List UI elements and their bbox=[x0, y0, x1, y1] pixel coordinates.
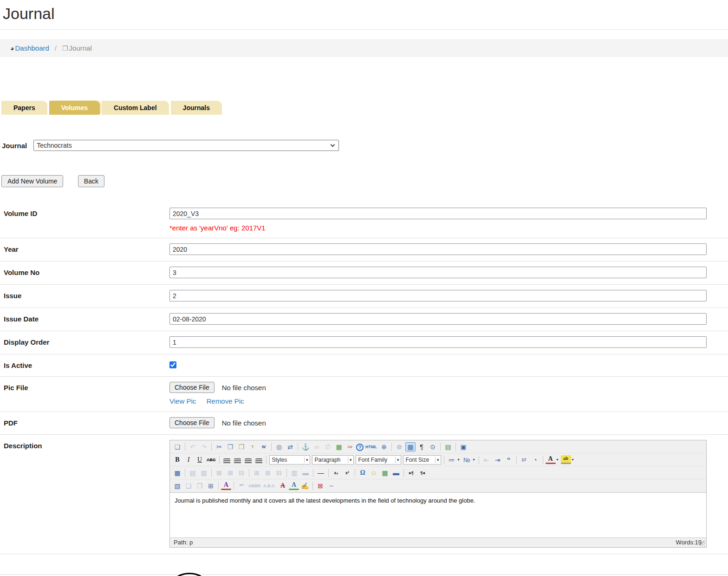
insert-time-icon[interactable]: ◔ bbox=[530, 455, 540, 465]
insert-layer-icon[interactable]: ▧ bbox=[172, 481, 182, 491]
paste-from-word-icon[interactable]: W bbox=[259, 442, 269, 452]
pic-file-choose-button[interactable]: Choose File bbox=[169, 382, 214, 393]
new-document-icon[interactable]: ❏ bbox=[172, 442, 182, 452]
redo-icon: ↷ bbox=[199, 442, 209, 452]
paragraph-format-select[interactable]: Paragraph▾ bbox=[312, 455, 354, 465]
print-icon[interactable]: ▤ bbox=[443, 442, 453, 452]
delete-row-icon: ⊟ bbox=[236, 468, 247, 478]
underline-icon[interactable]: U bbox=[195, 455, 205, 465]
toolbar-separator bbox=[185, 469, 185, 477]
editor-resize-handle[interactable] bbox=[700, 541, 705, 546]
edit-css-style-icon[interactable]: A bbox=[221, 481, 231, 490]
year-input[interactable] bbox=[169, 243, 707, 255]
issue-input[interactable] bbox=[169, 290, 707, 301]
align-center-icon[interactable] bbox=[234, 458, 241, 464]
issue-date-input[interactable] bbox=[169, 313, 707, 325]
highlight-color-icon[interactable]: ab bbox=[561, 455, 571, 464]
volume-id-input[interactable] bbox=[169, 208, 707, 219]
insert-column-after-icon: ⊞ bbox=[263, 468, 273, 478]
paste-icon[interactable]: ❒ bbox=[236, 442, 247, 452]
blockquote-icon[interactable]: ❝ bbox=[504, 455, 514, 465]
bullet-list-caret-icon[interactable]: ▾ bbox=[456, 455, 461, 465]
font-family-select-arrow-icon[interactable]: ▾ bbox=[395, 457, 401, 463]
year-label: Year bbox=[0, 243, 169, 253]
volume-no-input[interactable] bbox=[169, 267, 707, 278]
numbered-list-caret-icon[interactable]: ▾ bbox=[472, 455, 476, 465]
align-left-icon[interactable] bbox=[223, 458, 230, 464]
add-new-volume-button[interactable]: Add New Volume bbox=[1, 175, 63, 187]
page: Journal ◕Dashboard / ❒Journal PapersVolu… bbox=[0, 0, 728, 576]
journal-select[interactable]: Technocrats bbox=[33, 140, 339, 151]
pdf-choose-button[interactable]: Choose File bbox=[169, 417, 214, 428]
tab-journals[interactable]: Journals bbox=[171, 101, 222, 115]
visual-aid-icon[interactable]: ▦ bbox=[405, 442, 416, 452]
horizontal-rule-icon[interactable]: — bbox=[316, 468, 326, 478]
insert-date-icon[interactable]: 17 bbox=[519, 455, 529, 465]
absolute-position-icon[interactable]: ⊞ bbox=[206, 481, 216, 491]
link-icon: ∞ bbox=[312, 442, 322, 452]
rtl-icon[interactable]: ¶◂ bbox=[417, 468, 428, 478]
html-source-icon[interactable]: HTML bbox=[364, 442, 378, 452]
editor-content-area[interactable]: Journal is published monthly and it cove… bbox=[170, 492, 706, 537]
back-button-top[interactable]: Back bbox=[78, 175, 104, 187]
anchor-icon[interactable]: ⚓ bbox=[300, 442, 311, 452]
toolbar-separator bbox=[266, 456, 266, 464]
special-character-icon[interactable]: Ω bbox=[358, 468, 368, 478]
paragraph-format-select-arrow-icon[interactable]: ▾ bbox=[348, 457, 353, 463]
is-active-content bbox=[169, 360, 707, 370]
superscript-icon[interactable]: x² bbox=[342, 468, 352, 478]
highlight-color-caret-icon[interactable]: ▾ bbox=[571, 455, 575, 465]
page-break-icon[interactable]: ┄ bbox=[326, 481, 337, 491]
show-invisibles-icon[interactable]: ¶ bbox=[416, 442, 427, 452]
ins-icon[interactable]: A bbox=[289, 481, 299, 490]
nonbreaking-space-icon[interactable]: ⊠ bbox=[315, 481, 325, 491]
font-size-select[interactable]: Font Size▾ bbox=[403, 455, 441, 465]
insert-table-icon[interactable]: ▦ bbox=[172, 468, 182, 478]
remove-format-icon[interactable]: ⊘ bbox=[394, 442, 404, 452]
insert-image-icon[interactable]: ▦ bbox=[334, 442, 344, 452]
copy-icon[interactable]: ❐ bbox=[225, 442, 235, 452]
italic-icon[interactable]: I bbox=[183, 455, 194, 465]
indent-icon[interactable]: ⇥ bbox=[493, 455, 503, 465]
tab-custom-label[interactable]: Custom Label bbox=[102, 101, 169, 115]
insert-attributes-icon[interactable]: ✍ bbox=[300, 481, 310, 491]
preview-icon[interactable]: ⊙ bbox=[428, 442, 438, 452]
toolbar-separator bbox=[234, 482, 234, 490]
toolbar-separator bbox=[479, 456, 479, 464]
advanced-hr-icon[interactable]: ▬ bbox=[391, 468, 401, 478]
is-active-checkbox[interactable] bbox=[169, 361, 176, 368]
paste-as-text-icon[interactable]: T bbox=[247, 442, 258, 452]
pic-file-input: Choose File No file chosen bbox=[169, 382, 707, 393]
styles-select[interactable]: Styles▾ bbox=[269, 455, 310, 465]
font-family-select[interactable]: Font Family▾ bbox=[356, 455, 401, 465]
media-icon[interactable]: ▩ bbox=[380, 468, 390, 478]
ltr-icon[interactable]: ▸¶ bbox=[406, 468, 416, 478]
volume-no-content bbox=[169, 267, 707, 278]
breadcrumb-dashboard-link[interactable]: ◕Dashboard bbox=[10, 44, 49, 52]
display-order-input[interactable] bbox=[169, 336, 707, 348]
align-justify-icon[interactable] bbox=[255, 458, 262, 464]
cut-icon[interactable]: ✂ bbox=[214, 442, 224, 452]
fullscreen-icon[interactable]: ▣ bbox=[458, 442, 468, 452]
find-icon[interactable]: ◎ bbox=[274, 442, 284, 452]
zoom-icon[interactable]: ⊕ bbox=[379, 442, 389, 452]
align-right-icon[interactable] bbox=[245, 458, 252, 464]
tab-papers[interactable]: Papers bbox=[1, 101, 47, 115]
bold-icon[interactable]: B bbox=[172, 455, 182, 465]
numbered-list-icon[interactable]: № bbox=[462, 455, 472, 465]
emoticons-icon[interactable]: ☺ bbox=[369, 468, 379, 478]
text-color-caret-icon[interactable]: ▾ bbox=[555, 455, 560, 465]
bullet-list-icon[interactable]: ≔ bbox=[447, 455, 457, 465]
styles-select-arrow-icon[interactable]: ▾ bbox=[304, 457, 310, 463]
find-replace-icon[interactable]: ⇄ bbox=[285, 442, 295, 452]
help-icon[interactable]: ? bbox=[356, 444, 364, 451]
tab-volumes[interactable]: Volumes bbox=[49, 101, 100, 115]
del-icon[interactable]: A bbox=[278, 481, 288, 491]
text-color-icon[interactable]: A bbox=[546, 455, 556, 464]
font-size-select-arrow-icon[interactable]: ▾ bbox=[435, 457, 441, 463]
view-pic-link[interactable]: View Pic bbox=[169, 397, 196, 405]
strikethrough-icon[interactable]: ABC bbox=[206, 455, 217, 465]
cleanup-icon[interactable]: ✑ bbox=[345, 442, 355, 452]
subscript-icon[interactable]: x₂ bbox=[331, 468, 341, 478]
remove-pic-link[interactable]: Remove Pic bbox=[207, 397, 244, 405]
